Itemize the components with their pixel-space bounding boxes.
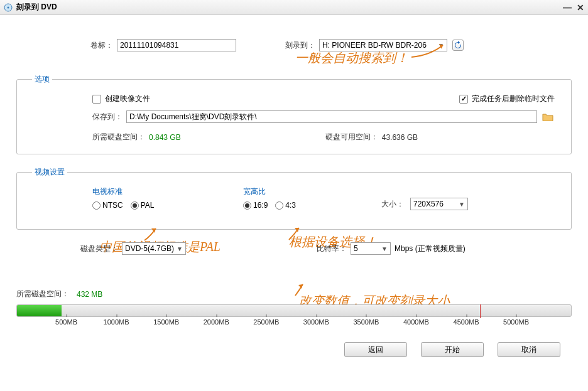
burn-to-value: H: PIONEER BD-RW BDR-206 [322, 41, 427, 50]
radio-checked-icon [243, 201, 251, 210]
app-icon [4, 3, 13, 12]
delete-temp-label: 完成任务后删除临时文件 [472, 94, 555, 104]
tick: 2500MB [253, 318, 279, 326]
tick: 500MB [55, 318, 77, 326]
chevron-down-icon: ▼ [459, 201, 465, 208]
tick: 5000MB [503, 318, 529, 326]
tick: 1500MB [153, 318, 179, 326]
video-legend: 视频设置 [32, 167, 67, 178]
disk-usage-bar [16, 304, 572, 317]
volume-label: 卷标： [90, 40, 113, 51]
burn-to-label: 刻录到： [285, 40, 315, 51]
folder-icon [542, 112, 553, 121]
refresh-icon [454, 41, 462, 49]
disc-type-value: DVD-5(4.7GB) [125, 244, 174, 253]
disc-type-label: 磁盘类型： [80, 244, 118, 254]
tick: 2000MB [204, 318, 229, 326]
minimize-button[interactable]: — [563, 3, 572, 13]
save-path-input[interactable] [126, 110, 537, 123]
size-label: 大小： [381, 199, 404, 210]
size-value: 720X576 [413, 200, 444, 208]
tv-standard-label: 电视标准 [92, 186, 243, 197]
required-space-label: 所需磁盘空间： [16, 289, 69, 299]
browse-button[interactable] [541, 111, 555, 122]
required-space-value: 432 MB [77, 290, 102, 299]
available-disk-label: 硬盘可用空间： [325, 132, 378, 142]
bitrate-unit: Mbps (正常视频质量) [395, 244, 466, 254]
radio-checked-icon [131, 201, 139, 210]
delete-temp-checkbox[interactable]: 完成任务后删除临时文件 [459, 94, 555, 104]
bitrate-label: 比特率： [317, 244, 347, 254]
size-select[interactable]: 720X576 ▼ [410, 198, 468, 210]
checkbox-icon [92, 95, 101, 104]
tick: 3000MB [303, 318, 329, 326]
options-legend: 选项 [32, 74, 52, 85]
start-button[interactable]: 开始 [421, 342, 484, 357]
bitrate-select[interactable]: 5 ▼ [351, 242, 391, 255]
video-settings-group: 视频设置 电视标准 NTSC PAL 宽高比 16:9 4:3 大小： 720X… [16, 167, 572, 230]
size-ruler: 500MB 1000MB 1500MB 2000MB 2500MB 3000MB… [16, 318, 572, 333]
available-disk-value: 43.636 GB [382, 133, 418, 142]
pal-radio[interactable]: PAL [131, 201, 155, 210]
radio-icon [92, 201, 101, 210]
tick: 3500MB [353, 318, 379, 326]
create-image-checkbox[interactable]: 创建映像文件 [92, 94, 150, 104]
svg-point-1 [8, 6, 9, 8]
volume-input[interactable] [117, 39, 236, 51]
title-bar: 刻录到 DVD — ✕ [0, 0, 588, 15]
tick: 4000MB [403, 318, 429, 326]
disc-bitrate-row: 磁盘类型： DVD-5(4.7GB) ▼ 比特率： 5 ▼ Mbps (正常视频… [16, 242, 572, 255]
aspect-169-radio[interactable]: 16:9 [243, 201, 268, 210]
bitrate-value: 5 [354, 244, 358, 253]
aspect-ratio-label: 宽高比 [243, 186, 381, 197]
tick: 1000MB [104, 318, 129, 326]
required-disk-label: 所需硬盘空间： [92, 132, 145, 142]
top-row: 卷标： 刻录到： H: PIONEER BD-RW BDR-206 ▼ [16, 39, 572, 51]
close-button[interactable]: ✕ [577, 3, 584, 13]
chevron-down-icon: ▼ [177, 245, 183, 252]
disk-usage-fill [17, 305, 62, 316]
required-disk-value: 0.843 GB [149, 133, 181, 142]
chevron-down-icon: ▼ [381, 245, 388, 252]
dvd5-limit-mark [480, 304, 481, 318]
annotation-auto-search: 一般会自动搜索到！ [295, 50, 408, 67]
chevron-down-icon: ▼ [438, 42, 444, 49]
tick: 4500MB [454, 318, 479, 326]
refresh-button[interactable] [452, 40, 464, 51]
back-button[interactable]: 返回 [344, 342, 407, 357]
burn-to-select[interactable]: H: PIONEER BD-RW BDR-206 ▼ [319, 39, 447, 51]
save-to-label: 保存到： [92, 112, 122, 122]
options-group: 选项 创建映像文件 完成任务后删除临时文件 保存到： 所需硬盘空间： 0.843… [16, 74, 572, 154]
checkbox-checked-icon [459, 95, 468, 104]
create-image-label: 创建映像文件 [105, 94, 150, 104]
cancel-button[interactable]: 取消 [498, 342, 560, 357]
radio-icon [275, 201, 283, 210]
aspect-43-radio[interactable]: 4:3 [275, 201, 296, 210]
ntsc-radio[interactable]: NTSC [92, 201, 123, 210]
disc-type-select[interactable]: DVD-5(4.7GB) ▼ [122, 242, 186, 255]
window-title: 刻录到 DVD [16, 2, 57, 13]
